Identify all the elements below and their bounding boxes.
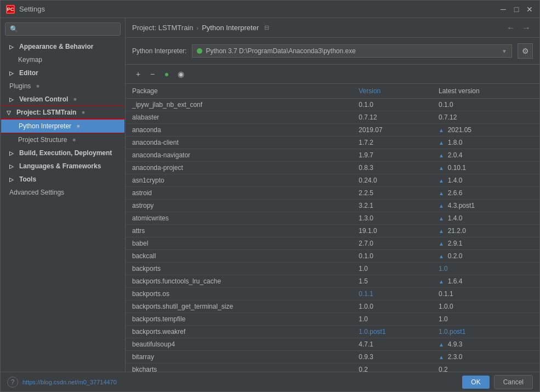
- interpreter-status-dot: [197, 48, 202, 54]
- sidebar-item-appearance[interactable]: ▷ Appearance & Behavior: [1, 40, 125, 53]
- sidebar-item-plugins[interactable]: Plugins ■: [1, 79, 125, 93]
- sidebar-item-project[interactable]: ▽ Project: LSTMTrain ■: [1, 106, 125, 119]
- package-version: 2.7.0: [352, 237, 432, 250]
- update-arrow-icon: ▲: [439, 241, 446, 247]
- remove-package-button[interactable]: −: [146, 68, 158, 80]
- add-package-button[interactable]: +: [132, 68, 144, 80]
- package-version: 0.1.0: [352, 99, 432, 111]
- package-name: backports.shutil_get_terminal_size: [126, 300, 352, 313]
- table-row[interactable]: babel2.7.0▲ 2.9.1: [126, 237, 539, 250]
- run-button[interactable]: ●: [161, 68, 173, 80]
- package-version: 4.7.1: [352, 338, 432, 351]
- close-button[interactable]: ✕: [525, 5, 534, 14]
- table-row[interactable]: asn1crypto0.24.0▲ 1.4.0: [126, 174, 539, 187]
- update-arrow-icon: ▲: [439, 152, 446, 158]
- table-row[interactable]: anaconda-client1.7.2▲ 1.8.0: [126, 137, 539, 149]
- sidebar-item-label: Tools: [19, 175, 36, 183]
- package-name: bkcharts: [126, 363, 352, 372]
- package-latest-version: ▲ 2.0.4: [432, 149, 539, 162]
- table-row[interactable]: astroid2.2.5▲ 2.6.6: [126, 187, 539, 200]
- cancel-button[interactable]: Cancel: [494, 375, 533, 389]
- update-arrow-icon: ▲: [439, 203, 446, 209]
- table-row[interactable]: anaconda2019.07▲ 2021.05: [126, 124, 539, 137]
- package-name: backcall: [126, 250, 352, 263]
- sidebar-item-keymap[interactable]: Keymap: [1, 53, 125, 66]
- package-version: 0.7.12: [352, 111, 432, 124]
- package-toolbar: + − ● ◉: [126, 65, 539, 84]
- update-arrow-icon: ▲: [439, 215, 446, 221]
- sidebar-item-project-structure[interactable]: Project Structure ■: [1, 133, 125, 146]
- search-box: [1, 18, 125, 40]
- maximize-button[interactable]: □: [512, 5, 521, 14]
- table-row[interactable]: bkcharts0.20.2: [126, 363, 539, 372]
- package-latest-version: 0.1.1: [432, 288, 539, 300]
- table-row[interactable]: backports.tempfile1.01.0: [126, 313, 539, 326]
- package-version: 0.8.3: [352, 162, 432, 174]
- forward-button[interactable]: →: [520, 22, 533, 34]
- package-name: anaconda-navigator: [126, 149, 352, 162]
- table-row[interactable]: beautifulsoup44.7.1▲ 4.9.3: [126, 338, 539, 351]
- table-row[interactable]: backports.functools_lru_cache1.5▲ 1.6.4: [126, 275, 539, 288]
- package-version: 0.1.1: [352, 288, 432, 300]
- table-row[interactable]: anaconda-project0.8.3▲ 0.10.1: [126, 162, 539, 174]
- package-version: 3.2.1: [352, 200, 432, 212]
- sidebar-item-languages[interactable]: ▷ Languages & Frameworks: [1, 160, 125, 173]
- pin-icon: ⊟: [264, 24, 269, 31]
- package-latest-version: ▲ 2.9.1: [432, 237, 539, 250]
- table-row[interactable]: alabaster0.7.120.7.12: [126, 111, 539, 124]
- sidebar-item-advanced[interactable]: Advanced Settings: [1, 186, 125, 199]
- sidebar-item-label: Build, Execution, Deployment: [19, 149, 112, 157]
- breadcrumb-project: Project: LSTMTrain: [132, 24, 194, 32]
- nav-arrows: ← →: [504, 22, 533, 34]
- table-row[interactable]: backports1.01.0: [126, 263, 539, 275]
- table-row[interactable]: bitarray0.9.3▲ 2.3.0: [126, 351, 539, 363]
- minimize-button[interactable]: ─: [499, 5, 508, 14]
- package-table-container[interactable]: Package Version Latest version _ipyw_jla…: [126, 84, 539, 372]
- package-version: 1.9.7: [352, 149, 432, 162]
- table-row[interactable]: backports.shutil_get_terminal_size1.0.01…: [126, 300, 539, 313]
- interpreter-bar: Python Interpreter: Python 3.7 D:\Progra…: [126, 38, 539, 65]
- package-latest-version: ▲ 21.2.0: [432, 225, 539, 237]
- package-name: astropy: [126, 200, 352, 212]
- help-button[interactable]: ?: [7, 377, 18, 388]
- update-arrow-icon: ▲: [439, 279, 446, 285]
- package-latest-version: ▲ 1.4.0: [432, 212, 539, 225]
- back-button[interactable]: ←: [504, 22, 518, 34]
- col-version: Version: [352, 84, 432, 99]
- sidebar-item-editor[interactable]: ▷ Editor: [1, 66, 125, 79]
- table-row[interactable]: anaconda-navigator1.9.7▲ 2.0.4: [126, 149, 539, 162]
- package-name: babel: [126, 237, 352, 250]
- package-version: 1.3.0: [352, 212, 432, 225]
- sidebar-item-tools[interactable]: ▷ Tools: [1, 173, 125, 186]
- chevron-icon: ▷: [9, 96, 16, 103]
- interpreter-dropdown-field[interactable]: Python 3.7 D:\ProgramData\Anaconda3\pyth…: [192, 44, 512, 58]
- ok-button[interactable]: OK: [462, 376, 489, 389]
- package-version: 0.9.3: [352, 351, 432, 363]
- sidebar-item-version-control[interactable]: ▷ Version Control ■: [1, 93, 125, 106]
- gear-button[interactable]: ⚙: [518, 43, 533, 59]
- indicator-icon: ■: [36, 83, 39, 89]
- table-row[interactable]: atomicwrites1.3.0▲ 1.4.0: [126, 212, 539, 225]
- package-list: _ipyw_jlab_nb_ext_conf0.1.00.1.0alabaste…: [126, 99, 539, 372]
- search-input[interactable]: [5, 22, 121, 36]
- sidebar-item-python-interpreter[interactable]: Python Interpreter ■: [1, 119, 125, 133]
- update-arrow-icon: ▲: [439, 140, 446, 146]
- sidebar-nav: ▷ Appearance & Behavior Keymap ▷ Editor …: [1, 40, 125, 372]
- main-content: ▷ Appearance & Behavior Keymap ▷ Editor …: [1, 18, 539, 372]
- chevron-icon: ▷: [9, 44, 16, 50]
- table-row[interactable]: attrs19.1.0▲ 21.2.0: [126, 225, 539, 237]
- table-row[interactable]: _ipyw_jlab_nb_ext_conf0.1.00.1.0: [126, 99, 539, 111]
- table-row[interactable]: astropy3.2.1▲ 4.3.post1: [126, 200, 539, 212]
- chevron-icon: ▷: [9, 163, 16, 169]
- breadcrumb-bar: Project: LSTMTrain › Python Interpreter …: [126, 18, 539, 38]
- eye-button[interactable]: ◉: [175, 68, 187, 80]
- table-row[interactable]: backports.weakref1.0.post11.0.post1: [126, 326, 539, 338]
- sidebar-item-label: Languages & Frameworks: [19, 162, 101, 170]
- sidebar-item-build[interactable]: ▷ Build, Execution, Deployment: [1, 146, 125, 160]
- sidebar-item-label: Editor: [19, 69, 38, 77]
- table-row[interactable]: backports.os0.1.10.1.1: [126, 288, 539, 300]
- package-name: alabaster: [126, 111, 352, 124]
- indicator-icon: ■: [72, 137, 75, 143]
- table-row[interactable]: backcall0.1.0▲ 0.2.0: [126, 250, 539, 263]
- update-arrow-icon: ▲: [439, 190, 446, 196]
